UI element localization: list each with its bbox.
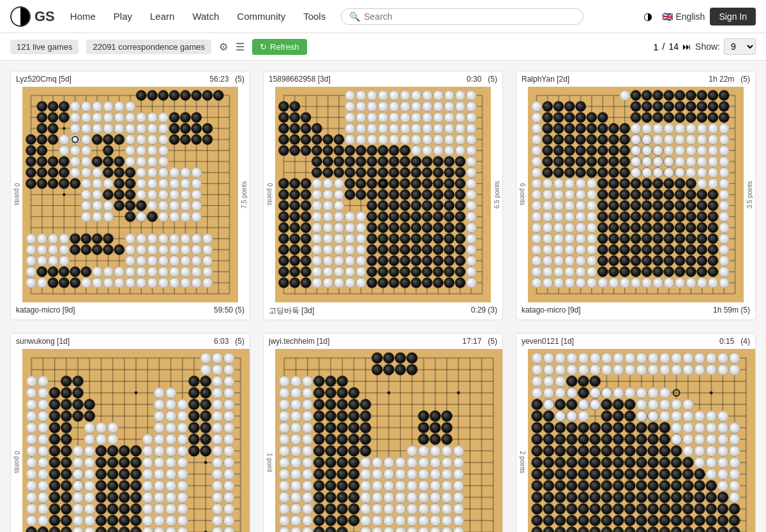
toolbar: 121 live games 22091 correspondence game… — [0, 33, 766, 61]
board-container: 6 points3.5 points — [516, 87, 755, 302]
nav-learn[interactable]: Learn — [142, 0, 182, 33]
left-score-label: 6 points — [516, 87, 528, 302]
search-input[interactable] — [364, 11, 575, 22]
top-player-time: 0:15 (4) — [719, 337, 750, 346]
go-board-canvas — [22, 349, 250, 532]
logo[interactable]: GS — [10, 6, 55, 27]
pagination: 1 / 14 ⏭ Show: 9 12 16 — [653, 38, 756, 55]
game-card[interactable]: Lyz520Cmq [5d]56:23 (5)0 points7.5 point… — [10, 71, 250, 320]
card-footer: katago-micro [9d]1h 59m (5) — [516, 302, 755, 318]
left-score-label: 0 points — [11, 349, 22, 532]
live-games-badge[interactable]: 121 live games — [10, 40, 79, 54]
show-label: Show: — [695, 41, 720, 52]
top-player-name: yeven0121 [1d] — [522, 337, 574, 346]
nav-tools[interactable]: Tools — [296, 0, 333, 33]
card-footer: katago-micro [9d]59:50 (5) — [11, 302, 250, 318]
right-score-label: 7.5 points — [238, 87, 250, 302]
top-player-name: 15898662958 [3d] — [269, 75, 331, 84]
bottom-player-time: 0:29 (3) — [471, 306, 497, 316]
bottom-player-name: katago-micro [9d] — [16, 306, 75, 314]
card-header: Lyz520Cmq [5d]56:23 (5) — [11, 71, 250, 87]
nav-watch[interactable]: Watch — [184, 0, 227, 33]
top-player-time: 56:23 (5) — [209, 75, 244, 84]
logo-text: GS — [34, 8, 55, 25]
header: GS Home Play Learn Watch Community Tools… — [0, 0, 766, 33]
game-card[interactable]: RalphYan [2d]1h 22m (5)6 points3.5 point… — [516, 71, 756, 320]
nav-home[interactable]: Home — [63, 0, 103, 33]
card-header: 15898662958 [3d]0:30 (5) — [264, 71, 502, 87]
card-header: jwyi.techheim [1d]17:17 (5) — [264, 334, 502, 349]
page-last-icon[interactable]: ⏭ — [682, 41, 691, 52]
theme-toggle[interactable]: ◑ — [639, 8, 657, 26]
list-icon[interactable]: ☰ — [236, 41, 244, 53]
filter-icon[interactable]: ⚙ — [219, 41, 228, 53]
nav-community[interactable]: Community — [229, 0, 293, 33]
left-score-label: 1 point — [264, 349, 275, 532]
game-card[interactable]: 15898662958 [3d]0:30 (5)0 points6.5 poin… — [263, 71, 503, 320]
bottom-player-time: 59:50 (5) — [214, 306, 244, 314]
card-header: RalphYan [2d]1h 22m (5) — [516, 71, 755, 87]
nav-play[interactable]: Play — [106, 0, 140, 33]
right-score-label: 3.5 points — [744, 87, 755, 302]
top-player-name: Lyz520Cmq [5d] — [16, 75, 71, 84]
page-current: 1 — [653, 41, 658, 52]
top-player-name: RalphYan [2d] — [522, 75, 569, 84]
top-player-time: 1h 22m (5) — [709, 75, 750, 84]
correspondence-games-badge[interactable]: 22091 correspondence games — [86, 40, 211, 54]
top-player-time: 6:03 (5) — [214, 337, 244, 346]
board-container: 0 points6.5 points — [264, 87, 502, 302]
game-card[interactable]: sunwukong [1d]6:03 (5)0 points — [10, 333, 250, 532]
search-bar: 🔍 — [341, 8, 583, 25]
card-footer: 고딩바둑 [3d]0:29 (3) — [264, 302, 502, 320]
go-board-canvas — [275, 349, 502, 532]
page-total: 14 — [669, 41, 679, 52]
flag-icon: 🇬🇧 — [662, 11, 673, 22]
top-player-time: 0:30 (5) — [467, 75, 497, 84]
language-selector[interactable]: 🇬🇧 English — [662, 11, 705, 22]
board-container: 2 points — [516, 349, 755, 532]
board-container: 0 points — [11, 349, 250, 532]
card-header: sunwukong [1d]6:03 (5) — [11, 334, 250, 349]
show-select[interactable]: 9 12 16 — [724, 38, 756, 55]
board-container: 0 points7.5 points — [11, 87, 250, 302]
refresh-button[interactable]: ↻ Refresh — [252, 39, 307, 55]
game-card[interactable]: yeven0121 [1d]0:15 (4)2 points — [516, 333, 756, 532]
left-score-label: 0 points — [264, 87, 275, 302]
page-separator: / — [663, 41, 665, 52]
language-label: English — [675, 11, 705, 22]
top-player-name: sunwukong [1d] — [16, 337, 70, 346]
go-board-canvas — [22, 87, 238, 302]
board-container: 1 point — [264, 349, 502, 532]
game-card[interactable]: jwyi.techheim [1d]17:17 (5)1 point — [263, 333, 503, 532]
go-board-canvas — [528, 87, 744, 302]
search-icon: 🔍 — [349, 11, 360, 22]
go-board-canvas — [528, 349, 755, 532]
top-player-time: 17:17 (5) — [462, 337, 497, 346]
card-header: yeven0121 [1d]0:15 (4) — [516, 334, 755, 349]
left-score-label: 2 points — [516, 349, 528, 532]
go-board-canvas — [275, 87, 491, 302]
refresh-label: Refresh — [270, 42, 299, 52]
top-player-name: jwyi.techheim [1d] — [269, 337, 329, 346]
bottom-player-name: katago-micro [9d] — [522, 306, 581, 314]
game-grid: Lyz520Cmq [5d]56:23 (5)0 points7.5 point… — [0, 61, 766, 532]
left-score-label: 0 points — [11, 87, 22, 302]
sign-in-button[interactable]: Sign In — [710, 8, 756, 26]
logo-icon — [10, 6, 31, 27]
header-right: ◑ 🇬🇧 English Sign In — [639, 8, 756, 26]
refresh-icon: ↻ — [260, 42, 267, 52]
right-score-label: 6.5 points — [491, 87, 502, 302]
bottom-player-time: 1h 59m (5) — [713, 306, 750, 314]
bottom-player-name: 고딩바둑 [3d] — [269, 306, 314, 316]
